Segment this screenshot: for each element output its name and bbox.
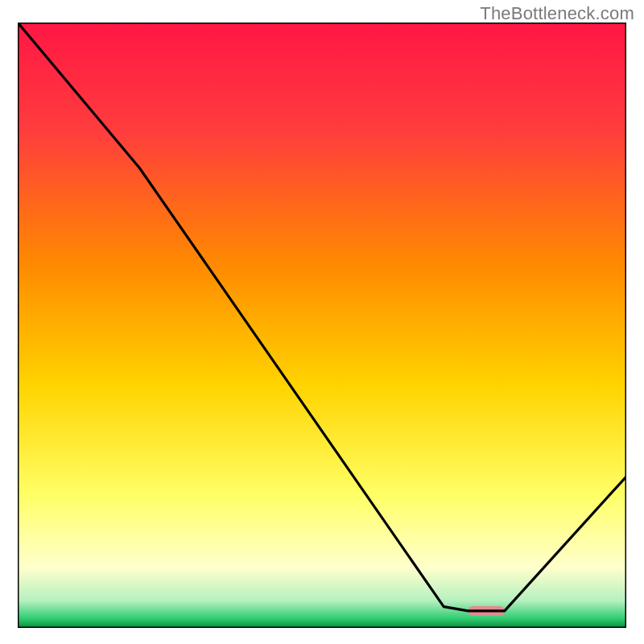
chart-container <box>18 23 626 628</box>
chart-svg <box>18 23 626 628</box>
background-gradient <box>18 23 626 628</box>
watermark-text: TheBottleneck.com <box>480 3 634 24</box>
